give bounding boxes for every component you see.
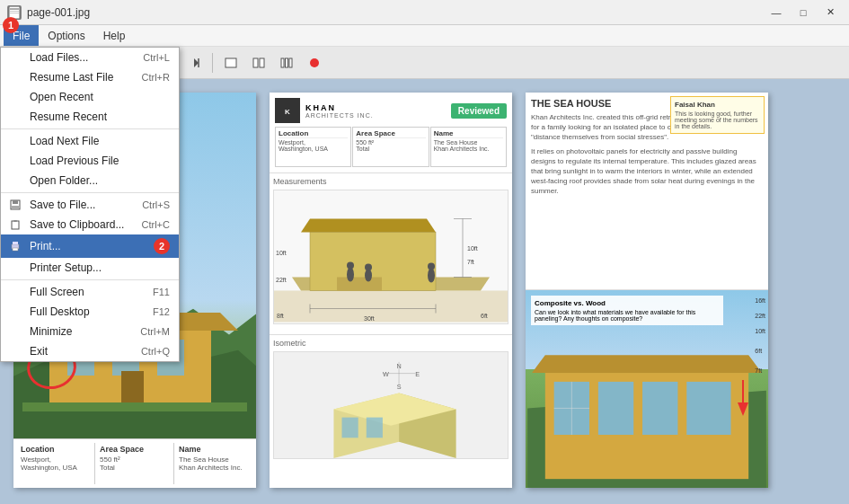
load-files-icon [8, 50, 22, 65]
svg-rect-2 [10, 11, 19, 12]
help-menu[interactable]: Help [94, 25, 135, 46]
close-button[interactable]: ✕ [818, 4, 842, 22]
record-btn[interactable] [302, 50, 327, 75]
sep1 [1, 128, 179, 129]
svg-rect-39 [274, 291, 508, 323]
svg-text:W: W [383, 370, 389, 378]
khan-logo: K [275, 98, 300, 123]
view1-btn[interactable] [218, 50, 243, 75]
svg-text:K: K [285, 108, 290, 116]
svg-rect-24 [281, 58, 284, 67]
location-grid-cell: Location Westport,Washington, USA [275, 127, 351, 167]
page-right: THE SEA HOUSE Khan Architects Inc. creat… [526, 93, 768, 488]
svg-text:6ft: 6ft [481, 313, 488, 319]
svg-rect-8 [13, 220, 17, 222]
exit-item[interactable]: Exit Ctrl+Q [1, 341, 179, 361]
svg-rect-3 [10, 13, 19, 13]
svg-marker-76 [532, 355, 762, 373]
sep3 [1, 279, 179, 280]
center-header: K KHAN ARCHITECTS INC. Reviewed [275, 98, 507, 123]
sep2 [1, 192, 179, 193]
svg-rect-11 [13, 248, 18, 251]
center-top: K KHAN ARCHITECTS INC. Reviewed Location… [270, 93, 512, 173]
svg-rect-5 [13, 200, 18, 204]
right-text-section: THE SEA HOUSE Khan Architects Inc. creat… [526, 93, 768, 290]
view2-btn[interactable] [246, 50, 271, 75]
svg-rect-80 [686, 382, 730, 435]
view3-btn[interactable] [274, 50, 299, 75]
svg-point-27 [310, 58, 319, 67]
resume-recent-item[interactable]: Resume Recent [1, 107, 179, 127]
svg-text:22ft: 22ft [276, 277, 287, 283]
svg-text:7ft: 7ft [467, 259, 474, 265]
area-cell: Area Space 550 ft²Total [96, 443, 174, 484]
printer-setup-item[interactable]: Printer Setup... [1, 258, 179, 278]
svg-point-56 [365, 264, 372, 271]
print-item[interactable]: Print... 2 [1, 234, 179, 258]
red-arrow [734, 380, 752, 419]
full-desktop-item[interactable]: Full Desktop F12 [1, 302, 179, 322]
isometric-illustration: N E S W [273, 351, 509, 459]
composite-annotation: Composite vs. Wood Can we look into what… [531, 296, 723, 325]
location-cell: Location Westport,Washington, USA [17, 443, 95, 484]
svg-rect-35 [121, 371, 144, 402]
file-dropdown: 1 Load Files... Ctrl+L Resume Last File … [0, 47, 180, 362]
full-screen-item[interactable]: Full Screen F11 [1, 282, 179, 302]
info-grid: Location Westport,Washington, USA Area S… [275, 127, 507, 167]
menu-bar: File Options Help [0, 25, 849, 47]
info-bar: Location Westport,Washington, USA Area S… [13, 438, 256, 488]
measurements-illustration: 10ft 7ft 30ft [273, 190, 509, 324]
svg-marker-84 [738, 402, 748, 416]
area-grid-cell: Area Space 550 ft²Total [352, 127, 429, 167]
isometric-section: Isometric N E [270, 335, 512, 488]
load-files-item[interactable]: Load Files... Ctrl+L [1, 48, 179, 67]
window-controls: — □ ✕ [765, 4, 842, 22]
svg-rect-25 [286, 58, 288, 67]
options-menu[interactable]: Options [39, 25, 93, 46]
measurements-section: Measurements [270, 173, 512, 335]
svg-rect-36 [22, 402, 247, 411]
resume-last-file-item[interactable]: Resume Last File Ctrl+R [1, 67, 179, 87]
svg-rect-1 [10, 8, 19, 10]
right-image-section: Composite vs. Wood Can we look into what… [526, 290, 768, 488]
last-btn[interactable] [181, 50, 207, 75]
name-grid-cell: Name The Sea HouseKhan Architects Inc. [430, 127, 507, 167]
svg-rect-6 [12, 206, 19, 208]
minimize-item[interactable]: Minimize Ctrl+M [1, 322, 179, 341]
comment-bubble: Faisal Khan This is looking good, furthe… [670, 96, 765, 134]
svg-rect-26 [289, 58, 292, 67]
open-folder-item[interactable]: Open Folder... [1, 171, 179, 190]
svg-rect-21 [226, 58, 236, 67]
save-icon [8, 198, 22, 212]
load-previous-item[interactable]: Load Previous File [1, 151, 179, 171]
svg-rect-22 [253, 58, 258, 67]
svg-text:30ft: 30ft [364, 315, 375, 322]
step2-badge: 2 [154, 238, 170, 254]
svg-rect-79 [642, 382, 677, 435]
svg-point-53 [347, 268, 354, 282]
minimize-button[interactable]: — [765, 4, 788, 22]
svg-rect-7 [12, 221, 19, 229]
resume-last-icon [8, 70, 22, 84]
open-recent-item[interactable]: Open Recent [1, 87, 179, 107]
svg-point-54 [347, 262, 354, 270]
load-next-item[interactable]: Load Next File [1, 131, 179, 151]
toolbar-sep2 [212, 53, 213, 73]
svg-rect-43 [337, 278, 382, 291]
title-bar: page-001.jpg — □ ✕ [0, 0, 849, 25]
page-center: K KHAN ARCHITECTS INC. Reviewed Location… [270, 93, 512, 488]
svg-text:10ft: 10ft [276, 250, 287, 256]
svg-rect-67 [367, 418, 383, 438]
clipboard-icon [8, 217, 22, 232]
print-icon [8, 239, 22, 253]
maximize-button[interactable]: □ [792, 4, 815, 22]
svg-marker-42 [301, 219, 436, 233]
save-to-clipboard-item[interactable]: Save to Clipboard... Ctrl+C [1, 215, 179, 234]
svg-point-57 [428, 269, 435, 283]
name-cell: Name The Sea HouseKhan Architects Inc. [175, 443, 252, 484]
step1-badge: 1 [3, 17, 19, 33]
svg-text:10ft: 10ft [467, 245, 478, 252]
svg-point-58 [428, 263, 435, 270]
reviewed-badge: Reviewed [451, 103, 507, 119]
save-to-file-item[interactable]: Save to File... Ctrl+S [1, 195, 179, 215]
